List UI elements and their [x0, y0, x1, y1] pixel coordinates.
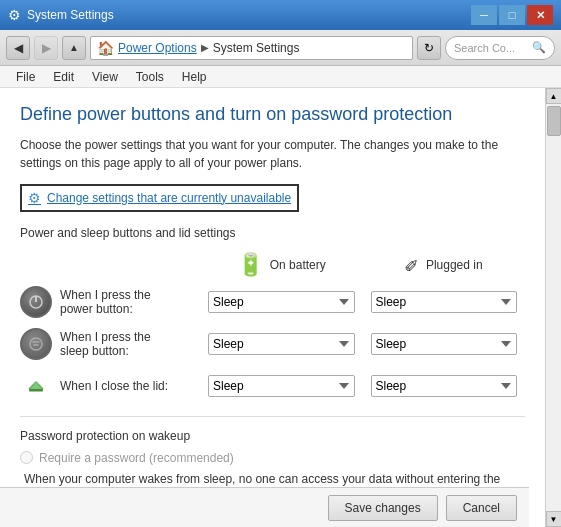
section-title: Power and sleep buttons and lid settings	[20, 226, 525, 240]
main-content: Define power buttons and turn on passwor…	[0, 88, 561, 527]
lid-plugged-in-wrap: Do nothing Sleep Hibernate Shut down	[363, 375, 526, 397]
battery-icon: 🔋	[237, 252, 264, 278]
window-controls: ─ □ ✕	[471, 5, 553, 25]
on-battery-label: On battery	[270, 258, 326, 272]
breadcrumb-arrow: ▶	[201, 42, 209, 53]
breadcrumb-icon: 🏠	[97, 40, 114, 56]
lid-on-battery-dropdown[interactable]: Do nothing Sleep Hibernate Shut down	[208, 375, 355, 397]
sleep-on-battery-dropdown[interactable]: Do nothing Sleep Hibernate Shut down	[208, 333, 355, 355]
lid-plugged-in-dropdown[interactable]: Do nothing Sleep Hibernate Shut down	[371, 375, 518, 397]
lid-text: When I close the lid:	[60, 379, 168, 393]
plug-icon: ✏	[399, 252, 425, 278]
menu-file[interactable]: File	[8, 68, 43, 86]
title-bar: ⚙ System Settings ─ □ ✕	[0, 0, 561, 30]
scrollbar: ▲ ▼	[545, 88, 561, 527]
sleep-plugged-in-wrap: Do nothing Sleep Hibernate Shut down	[363, 333, 526, 355]
power-on-battery-wrap: Do nothing Sleep Hibernate Shut down	[200, 291, 363, 313]
lid-icon	[20, 370, 52, 402]
svg-rect-3	[29, 389, 43, 392]
menu-help[interactable]: Help	[174, 68, 215, 86]
scrollbar-down-button[interactable]: ▼	[546, 511, 562, 527]
scrollbar-thumb[interactable]	[547, 106, 561, 136]
sleep-on-battery-wrap: Do nothing Sleep Hibernate Shut down	[200, 333, 363, 355]
maximize-button[interactable]: □	[499, 5, 525, 25]
settings-link-icon: ⚙	[28, 190, 41, 206]
power-button-text: When I press the power button:	[60, 288, 151, 316]
lid-row: When I close the lid: Do nothing Sleep H…	[20, 370, 525, 402]
menu-bar: File Edit View Tools Help	[0, 66, 561, 88]
menu-tools[interactable]: Tools	[128, 68, 172, 86]
sleep-button-row: When I press the sleep button: Do nothin…	[20, 328, 525, 360]
plugged-in-header: ✏ Plugged in	[363, 254, 526, 276]
grid-header: 🔋 On battery ✏ Plugged in	[20, 252, 525, 278]
content-inner: Define power buttons and turn on passwor…	[20, 104, 525, 527]
search-icon: 🔍	[532, 41, 546, 54]
refresh-button[interactable]: ↻	[417, 36, 441, 60]
forward-button[interactable]: ▶	[34, 36, 58, 60]
settings-link-text: Change settings that are currently unava…	[47, 191, 291, 205]
sleep-button-text: When I press the sleep button:	[60, 330, 151, 358]
page-description: Choose the power settings that you want …	[20, 136, 525, 172]
require-password-label[interactable]: Require a password (recommended)	[20, 451, 525, 465]
scrollbar-up-button[interactable]: ▲	[546, 88, 562, 104]
back-button[interactable]: ◀	[6, 36, 30, 60]
address-bar: ◀ ▶ ▲ 🏠 Power Options ▶ System Settings …	[0, 30, 561, 66]
power-button-row: When I press the power button: Do nothin…	[20, 286, 525, 318]
address-field[interactable]: 🏠 Power Options ▶ System Settings	[90, 36, 413, 60]
change-settings-link[interactable]: ⚙ Change settings that are currently una…	[20, 184, 299, 212]
up-button[interactable]: ▲	[62, 36, 86, 60]
cancel-button[interactable]: Cancel	[446, 495, 517, 521]
require-password-text: Require a password (recommended)	[39, 451, 234, 465]
svg-point-2	[30, 338, 42, 350]
menu-edit[interactable]: Edit	[45, 68, 82, 86]
power-icon	[20, 286, 52, 318]
power-plugged-in-dropdown[interactable]: Do nothing Sleep Hibernate Shut down	[371, 291, 518, 313]
password-title: Password protection on wakeup	[20, 429, 525, 443]
power-on-battery-dropdown[interactable]: Do nothing Sleep Hibernate Shut down	[208, 291, 355, 313]
close-button[interactable]: ✕	[527, 5, 553, 25]
lid-on-battery-wrap: Do nothing Sleep Hibernate Shut down	[200, 375, 363, 397]
plugged-in-label: Plugged in	[426, 258, 483, 272]
on-battery-header: 🔋 On battery	[200, 252, 363, 278]
sleep-icon	[20, 328, 52, 360]
title-bar-left: ⚙ System Settings	[8, 7, 114, 23]
page-title: Define power buttons and turn on passwor…	[20, 104, 525, 126]
lid-label: When I close the lid:	[20, 370, 200, 402]
content-area: Define power buttons and turn on passwor…	[0, 88, 545, 527]
breadcrumb-path2: System Settings	[213, 41, 300, 55]
menu-view[interactable]: View	[84, 68, 126, 86]
breadcrumb-path1: Power Options	[118, 41, 197, 55]
power-button-label: When I press the power button:	[20, 286, 200, 318]
power-plugged-in-wrap: Do nothing Sleep Hibernate Shut down	[363, 291, 526, 313]
require-password-radio[interactable]	[20, 451, 33, 464]
settings-grid: 🔋 On battery ✏ Plugged in	[20, 252, 525, 402]
save-changes-button[interactable]: Save changes	[328, 495, 438, 521]
sleep-plugged-in-dropdown[interactable]: Do nothing Sleep Hibernate Shut down	[371, 333, 518, 355]
sleep-button-label: When I press the sleep button:	[20, 328, 200, 360]
window-title: System Settings	[27, 8, 114, 22]
app-icon: ⚙	[8, 7, 21, 23]
footer: Save changes Cancel	[0, 487, 529, 527]
search-placeholder: Search Co...	[454, 42, 532, 54]
minimize-button[interactable]: ─	[471, 5, 497, 25]
search-box[interactable]: Search Co... 🔍	[445, 36, 555, 60]
